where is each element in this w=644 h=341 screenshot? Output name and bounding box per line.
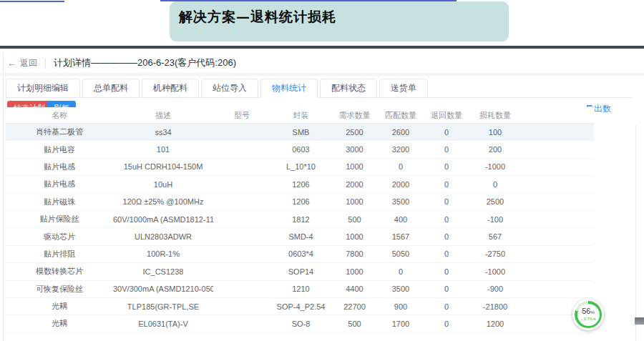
- cell-matched: 3200: [378, 145, 424, 154]
- cell-desc: TLP185(GR-TPL,SE: [113, 302, 213, 311]
- cell-desc: ss34: [113, 128, 213, 137]
- cell-loss: -21800: [469, 302, 521, 311]
- cell-matched: 3500: [378, 285, 424, 293]
- cell-package: 0603: [270, 145, 331, 154]
- tab-4[interactable]: 物料统计: [260, 79, 318, 98]
- tab-bar: 计划明细编辑总单配料机种配料站位导入物料统计配料状态送货单: [6, 78, 633, 98]
- slide-divider-bar: [0, 46, 644, 49]
- cell-package: L_10*10: [270, 162, 331, 171]
- table-row[interactable]: 模数转换芯片IC_CS1238SOP14100000-1000: [6, 263, 594, 280]
- app-left-border: [3, 52, 4, 341]
- cell-name: 肖特基二极管: [6, 127, 113, 137]
- cell-loss: -1000: [469, 267, 521, 276]
- cell-returned: 0: [424, 232, 469, 241]
- table-row[interactable]: 贴片电容1010603300032000200: [6, 141, 594, 158]
- cell-name: 贴片磁珠: [6, 197, 113, 207]
- cell-loss: -1000: [469, 162, 521, 171]
- materials-table: 名称描述型号封装需求数量匹配数量退回数量损耗数量肖特基二极管ss34SMB250…: [6, 107, 594, 333]
- col-header-package: 封装: [270, 110, 331, 121]
- table-row[interactable]: 肖特基二极管ss34SMB250026000100: [6, 124, 594, 141]
- table-row[interactable]: 驱动芯片ULN2803ADWRSMD-4100015670567: [6, 228, 594, 245]
- cell-package: SMB: [270, 128, 331, 137]
- cell-name: 贴片保险丝: [6, 214, 113, 224]
- cell-desc: 10uH: [113, 180, 213, 189]
- tab-3[interactable]: 站位导入: [201, 79, 258, 98]
- cell-demand: 1000: [331, 162, 378, 171]
- table-row[interactable]: 贴片磁珠120Ω ±25% @100MHz12061000350002500: [6, 194, 594, 211]
- percent-sign: %: [590, 310, 594, 315]
- cell-name: 贴片电感: [6, 179, 113, 189]
- cell-name: 可恢复保险丝: [6, 284, 113, 295]
- cell-name: 贴片电感: [6, 162, 113, 172]
- vertical-divider: [45, 59, 46, 68]
- download-progress-badge: 56% ↓ 0.7K/s: [572, 299, 604, 330]
- cell-name: 贴片电容: [6, 144, 113, 155]
- tab-1[interactable]: 总单配料: [82, 79, 140, 98]
- col-header-matched: 匹配数量: [378, 110, 424, 121]
- cell-loss: 567: [469, 232, 521, 241]
- slide-canvas: 解决方案—退料统计损耗 ← 返回 计划详情—————206-6-23(客户代码:…: [0, 0, 644, 341]
- cell-package: SO-8: [270, 320, 331, 328]
- cell-demand: 2000: [331, 180, 378, 189]
- cell-returned: 0: [424, 320, 469, 328]
- table-row[interactable]: 贴片电感10uH12062000200000: [6, 176, 594, 193]
- cell-package: 1210: [270, 285, 331, 293]
- table-row[interactable]: 可恢复保险丝30V/300mA (ASMD1210-050-24V)121044…: [6, 281, 594, 298]
- cell-desc: 120Ω ±25% @100MHz: [113, 197, 213, 206]
- section-divider: [0, 73, 644, 76]
- cell-package: SOP-4_P2.54: [270, 302, 331, 311]
- scrollbar-thumb[interactable]: [635, 317, 644, 325]
- cell-name: 光耦: [6, 301, 113, 312]
- table-row[interactable]: 光耦EL0631(TA)-VSO-8500170001200: [6, 315, 594, 332]
- top-decoration-line-middle: [160, 0, 457, 1]
- back-button[interactable]: ← 返回: [7, 57, 37, 69]
- cell-matched: 400: [378, 215, 424, 224]
- cell-matched: 2600: [378, 128, 424, 137]
- table-row[interactable]: 贴片排阻100R-1%0603*4780050500-2750: [6, 246, 594, 263]
- col-header-demand: 需求数量: [331, 110, 378, 121]
- cell-loss: 2500: [469, 197, 521, 206]
- col-header-loss: 损耗数量: [469, 110, 521, 121]
- app-right-border: [635, 125, 636, 341]
- app-window: ← 返回 计划详情—————206-6-23(客户代码:206) 计划明细编辑总…: [0, 50, 644, 341]
- cell-returned: 0: [424, 302, 469, 311]
- cell-loss: 0: [469, 180, 521, 189]
- cell-desc: ULN2803ADWR: [113, 232, 213, 241]
- col-header-returned: 退回数量: [424, 110, 469, 121]
- table-row[interactable]: 贴片电感15uH CDRH104-150ML_10*10100000-1000: [6, 159, 594, 176]
- cell-loss: -2750: [469, 249, 521, 258]
- slide-title-banner: 解决方案—退料统计损耗: [170, 1, 509, 41]
- page-title: 计划详情—————206-6-23(客户代码:206): [54, 56, 236, 69]
- table-header-row: 名称描述型号封装需求数量匹配数量退回数量损耗数量: [6, 107, 594, 124]
- table-row[interactable]: 光耦TLP185(GR-TPL,SESOP-4_P2.54227009000-2…: [6, 298, 594, 315]
- cell-loss: 1200: [469, 320, 521, 328]
- cell-demand: 1000: [331, 197, 378, 206]
- cell-returned: 0: [424, 145, 469, 154]
- cell-returned: 0: [424, 128, 469, 137]
- col-header-model: 型号: [213, 110, 270, 121]
- cell-demand: 22700: [331, 302, 378, 311]
- cell-demand: 1000: [331, 267, 378, 276]
- tab-2[interactable]: 机种配料: [142, 79, 199, 98]
- cell-demand: 500: [331, 320, 378, 328]
- download-speed: ↓ 0.7K/s: [580, 317, 596, 322]
- back-arrow-icon: ←: [7, 58, 16, 69]
- cell-matched: 900: [378, 302, 424, 311]
- cell-loss: -900: [469, 285, 521, 293]
- cell-desc: 100R-1%: [113, 249, 213, 258]
- tab-5[interactable]: 配料状态: [320, 79, 377, 98]
- tab-0[interactable]: 计划明细编辑: [6, 79, 80, 98]
- table-row[interactable]: 贴片保险丝60V/1000mA (ASMD1812-110-33V)181250…: [6, 211, 594, 228]
- cell-returned: 0: [424, 285, 469, 293]
- cell-returned: 0: [424, 267, 469, 276]
- slide-title: 解决方案—退料统计损耗: [179, 9, 336, 24]
- cell-desc: EL0631(TA)-V: [113, 320, 213, 328]
- cell-returned: 0: [424, 162, 469, 171]
- tab-6[interactable]: 送货单: [379, 79, 428, 98]
- cell-matched: 0: [378, 162, 424, 171]
- cell-returned: 0: [424, 249, 469, 258]
- cell-desc: 60V/1000mA (ASMD1812-110-33V): [113, 215, 213, 224]
- cell-loss: -100: [469, 215, 521, 224]
- progress-value: 56: [582, 307, 590, 315]
- cell-matched: 1567: [378, 232, 424, 241]
